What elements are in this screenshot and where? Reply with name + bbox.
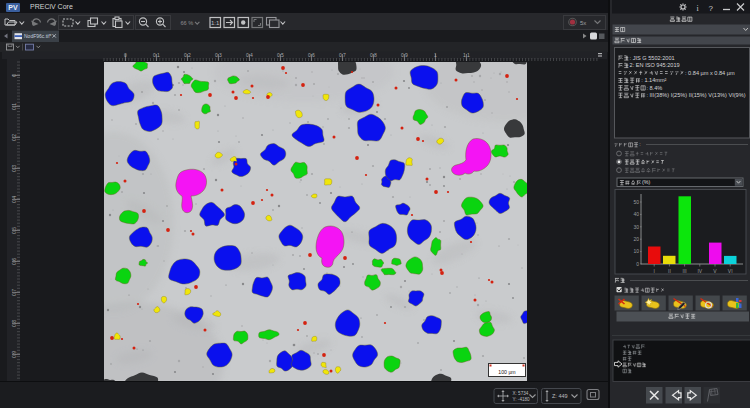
svg-text:10: 10 [633, 248, 639, 254]
svg-text:0.3: 0.3 [215, 52, 222, 58]
svg-text:IV: IV [697, 268, 702, 274]
svg-text:1.1: 1.1 [463, 52, 470, 58]
svg-text:0.9: 0.9 [11, 351, 17, 358]
svg-text:?: ? [709, 4, 714, 13]
svg-text:: JIS G 5502:2001: : JIS G 5502:2001 [630, 55, 675, 61]
svg-text:0.8: 0.8 [370, 52, 377, 58]
svg-text:II: II [668, 268, 671, 274]
svg-text:1: 1 [434, 52, 437, 58]
svg-text::: : [639, 141, 640, 147]
svg-text:1:1: 1:1 [211, 20, 220, 26]
svg-text:50: 50 [633, 199, 639, 205]
svg-text:III: III [683, 268, 687, 274]
svg-text:X: 5734: X: 5734 [513, 391, 529, 396]
svg-text:NodF96c.tif*: NodF96c.tif* [24, 33, 52, 39]
svg-text:0: 0 [124, 52, 127, 58]
svg-text:100 µm: 100 µm [498, 369, 515, 375]
svg-text:0.7: 0.7 [11, 289, 17, 296]
svg-text:0: 0 [636, 261, 639, 267]
svg-text:0.7: 0.7 [339, 52, 346, 58]
svg-text:0.1: 0.1 [153, 52, 160, 58]
svg-text:0.2: 0.2 [11, 134, 17, 141]
svg-text:0.4: 0.4 [246, 52, 253, 58]
svg-text:VI: VI [728, 268, 733, 274]
svg-text:2: EN ISO 945:2019: 2: EN ISO 945:2019 [630, 62, 680, 68]
svg-text:: 1.14mm²: : 1.14mm² [641, 77, 666, 83]
svg-text:0.5: 0.5 [11, 227, 17, 234]
svg-text:0.6: 0.6 [11, 258, 17, 265]
svg-text:0.6: 0.6 [308, 52, 315, 58]
svg-text:0.2: 0.2 [184, 52, 191, 58]
svg-text:0.8: 0.8 [11, 320, 17, 327]
svg-text:0.4: 0.4 [11, 196, 17, 203]
svg-text:20: 20 [633, 236, 639, 242]
svg-text:: 0.84 µm x 0.84 µm: : 0.84 µm x 0.84 µm [685, 70, 735, 76]
svg-text:I: I [654, 268, 655, 274]
svg-text:0.3: 0.3 [11, 165, 17, 172]
svg-text:40: 40 [633, 211, 639, 217]
svg-text:5x: 5x [580, 20, 586, 26]
svg-text:66 %: 66 % [181, 20, 194, 26]
svg-text:Y: -4180: Y: -4180 [513, 397, 531, 402]
svg-text:0.1: 0.1 [11, 103, 17, 110]
svg-text:(%): (%) [642, 179, 651, 185]
svg-text:0.9: 0.9 [401, 52, 408, 58]
svg-text:Z: 449: Z: 449 [552, 393, 568, 399]
svg-text:: III(38%) I(25%) II(15%) V(13: : III(38%) I(25%) II(15%) V(13%) VI(9%) [646, 92, 745, 98]
svg-text:: 8.4%: : 8.4% [646, 85, 662, 91]
svg-text:0: 0 [11, 74, 17, 77]
svg-text:0.5: 0.5 [277, 52, 284, 58]
svg-text:30: 30 [633, 224, 639, 230]
